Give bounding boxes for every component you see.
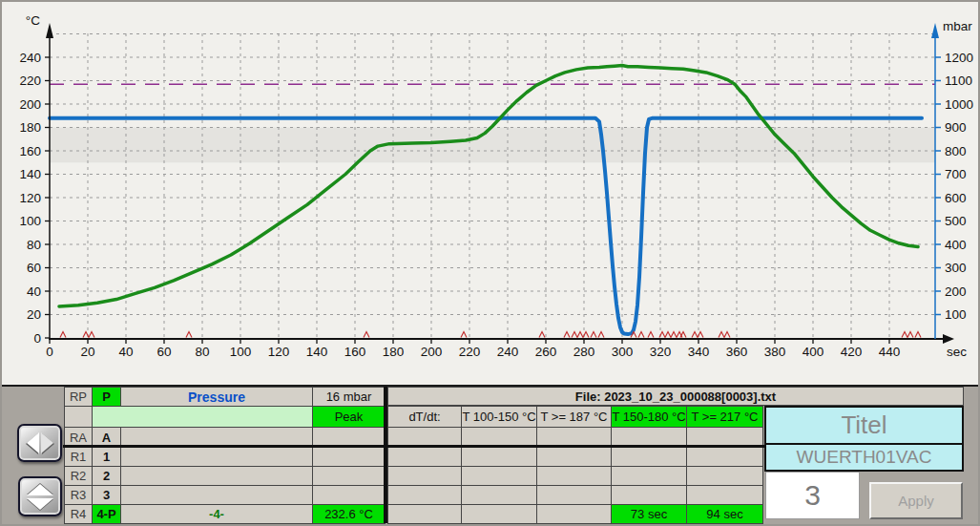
svg-text:200: 200	[421, 345, 443, 359]
table-section-divider	[63, 445, 766, 448]
table-cell	[686, 427, 762, 447]
row-label-r4[interactable]: R4	[64, 504, 92, 523]
svg-text:300: 300	[612, 345, 634, 359]
svg-text:200: 200	[945, 284, 967, 299]
svg-text:1100: 1100	[945, 74, 972, 88]
table-cell	[387, 485, 461, 504]
up-down-arrows-icon	[27, 484, 53, 510]
channel-r2-id[interactable]: 2	[92, 466, 120, 485]
band-150-180	[50, 128, 935, 163]
svg-text:600: 600	[945, 191, 967, 205]
svg-text:20: 20	[27, 307, 41, 322]
table-cell	[686, 485, 762, 504]
row-label-r3[interactable]: R3	[64, 485, 92, 504]
header-t-ge-217: T >= 217 °C	[686, 406, 762, 427]
profile-title-field[interactable]: WUERTH01VAC	[764, 443, 964, 472]
svg-text:300: 300	[945, 261, 967, 275]
event-marker	[461, 332, 467, 338]
channel-ra-id[interactable]: A	[92, 427, 120, 447]
table-cell	[387, 466, 461, 485]
table-cell	[686, 466, 762, 485]
table-cell	[120, 427, 312, 447]
event-marker	[692, 332, 698, 338]
table-cell	[611, 466, 686, 485]
table-cell	[312, 427, 385, 447]
svg-text:500: 500	[945, 214, 967, 228]
svg-text:280: 280	[573, 345, 595, 359]
svg-text:340: 340	[688, 345, 710, 359]
channel-rp-id[interactable]: P	[92, 387, 120, 406]
channel-table: RP P Pressure 16 mbar Peak RA A R1 1 R2 …	[64, 387, 386, 524]
event-marker	[902, 332, 907, 338]
svg-text:160: 160	[19, 144, 41, 158]
event-marker	[648, 332, 654, 338]
svg-text:180: 180	[19, 120, 41, 135]
event-marker	[659, 332, 665, 338]
svg-text:60: 60	[27, 261, 41, 275]
title-label: Titel	[841, 410, 886, 440]
svg-text:200: 200	[19, 97, 41, 112]
chart-panel: 0204060801001201401601802002202400204060…	[2, 2, 980, 385]
table-cell	[64, 406, 92, 427]
channel-r1-id[interactable]: 1	[92, 447, 120, 466]
application-window: 0204060801001201401601802002202400204060…	[0, 0, 980, 526]
table-cell	[536, 447, 611, 466]
svg-text:440: 440	[879, 345, 901, 359]
event-marker	[719, 332, 724, 338]
event-marker	[915, 332, 921, 338]
svg-text:900: 900	[945, 120, 967, 135]
svg-text:220: 220	[19, 74, 41, 88]
event-marker	[724, 332, 730, 338]
table-cell	[686, 447, 762, 466]
temperature-curve	[59, 66, 918, 306]
y-right-axis-arrow	[931, 23, 939, 38]
channel-r4-peak-value: 232.6 °C	[312, 504, 385, 523]
table-cell	[312, 447, 385, 466]
results-table: dT/dt: T 100-150 °C T >= 187 °C T 150-18…	[387, 406, 763, 524]
table-cell	[461, 447, 536, 466]
event-marker	[572, 332, 577, 338]
svg-text:100: 100	[230, 345, 252, 359]
event-marker	[583, 332, 589, 338]
row-label-r2[interactable]: R2	[64, 466, 92, 485]
svg-text:400: 400	[803, 345, 824, 359]
table-cell	[120, 485, 312, 504]
table-cell	[120, 466, 312, 485]
svg-text:100: 100	[945, 307, 967, 322]
profile-number-value: 3	[804, 479, 821, 512]
scroll-up-down-button[interactable]	[18, 476, 62, 516]
y-right-unit-label: mbar	[943, 19, 972, 33]
svg-text:240: 240	[497, 345, 519, 359]
event-marker	[364, 332, 369, 338]
svg-text:240: 240	[19, 51, 41, 65]
row-label-r1[interactable]: R1	[64, 447, 92, 466]
row-label-ra[interactable]: RA	[64, 427, 92, 447]
svg-text:0: 0	[33, 331, 41, 346]
event-marker	[638, 332, 644, 338]
profile-number-input[interactable]: 3	[765, 472, 860, 519]
svg-text:40: 40	[118, 345, 133, 359]
peak-indicator-cell	[92, 406, 312, 427]
row-label-rp[interactable]: RP	[64, 387, 92, 406]
cursor-left-right-button[interactable]	[17, 424, 62, 462]
svg-text:800: 800	[945, 144, 967, 158]
table-cell	[461, 466, 536, 485]
svg-text:220: 220	[459, 345, 481, 359]
svg-text:20: 20	[80, 345, 94, 359]
file-name-header: File: 2023_10_23_000088[0003].txt	[387, 387, 964, 406]
apply-button[interactable]: Apply	[869, 482, 963, 519]
apply-button-label: Apply	[898, 493, 934, 509]
event-marker	[577, 332, 583, 338]
table-cell	[536, 504, 611, 523]
result-t-ge-217-time: 94 sec	[686, 504, 762, 523]
table-cell	[312, 485, 385, 504]
header-t-ge-187: T >= 187 °C	[536, 406, 611, 427]
svg-text:140: 140	[19, 167, 41, 181]
channel-r3-id[interactable]: 3	[92, 485, 120, 504]
table-cell	[461, 427, 536, 447]
event-marker	[680, 332, 686, 338]
svg-text:100: 100	[19, 214, 41, 228]
channel-r4-id[interactable]: 4-P	[92, 504, 120, 523]
channel-rp-name: Pressure	[120, 387, 312, 406]
event-marker	[60, 332, 66, 338]
